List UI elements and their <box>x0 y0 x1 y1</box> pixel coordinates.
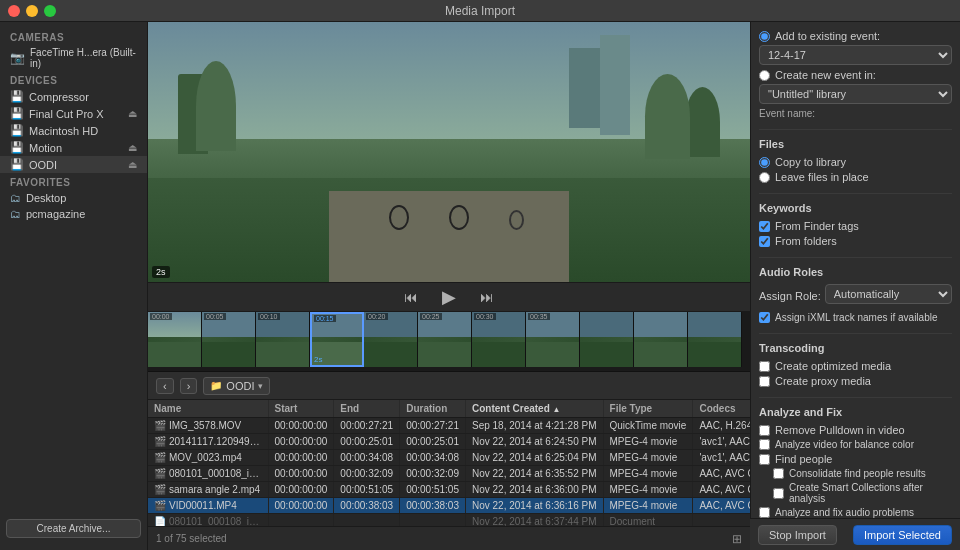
col-codecs[interactable]: Codecs <box>693 400 750 418</box>
filmstrip-frame[interactable]: 00:00 <box>148 312 202 367</box>
consolidate-checkbox[interactable] <box>773 468 784 479</box>
location-selector[interactable]: 📁 OODI ▾ <box>203 377 270 395</box>
create-smart-checkbox[interactable] <box>773 488 784 499</box>
stop-import-button[interactable]: Stop Import <box>758 525 837 545</box>
create-optimized-checkbox[interactable] <box>759 361 770 372</box>
sidebar-item-label: Final Cut Pro X <box>29 108 104 120</box>
event-name-label: Event name: <box>759 108 952 119</box>
cameras-section: CAMERAS 📷 FaceTime H...era (Built-in) <box>0 28 147 71</box>
create-new-radio[interactable] <box>759 70 770 81</box>
sidebar-item-compressor[interactable]: 💾 Compressor <box>0 88 147 105</box>
table-row[interactable]: 🎬samara angle 2.mp400:00:00:0000:00:51:0… <box>148 482 750 498</box>
filmstrip-frame[interactable]: 00:25 <box>418 312 472 367</box>
view-options-icon[interactable]: ⊞ <box>732 532 742 546</box>
leave-files-radio[interactable] <box>759 172 770 183</box>
table-cell: 📄080101_000108_import... <box>148 514 268 527</box>
file-table-container: Name Start End Duration Content Created … <box>148 400 750 526</box>
audio-roles-section: Audio Roles Assign Role: Automatically A… <box>759 266 952 323</box>
file-icon: 🎬 <box>154 484 166 495</box>
go-to-end-button[interactable]: ⏭ <box>476 287 498 307</box>
col-duration[interactable]: Duration <box>400 400 466 418</box>
sidebar-item-motion[interactable]: 💾 Motion ⏏ <box>0 139 147 156</box>
table-cell: 🎬IMG_3578.MOV <box>148 418 268 434</box>
copy-to-library-radio[interactable] <box>759 157 770 168</box>
filmstrip-frame[interactable]: 00:20 <box>364 312 418 367</box>
table-cell: AAC, AVC Co... <box>693 466 750 482</box>
col-file-type[interactable]: File Type <box>603 400 693 418</box>
analyze-balance-checkbox[interactable] <box>759 439 770 450</box>
col-start[interactable]: Start <box>268 400 334 418</box>
table-cell: 00:00:51:05 <box>334 482 400 498</box>
filmstrip-frame[interactable] <box>634 312 688 367</box>
col-name[interactable]: Name <box>148 400 268 418</box>
from-finder-tags-checkbox[interactable] <box>759 221 770 232</box>
find-people-checkbox[interactable] <box>759 454 770 465</box>
table-cell: MPEG-4 movie <box>603 482 693 498</box>
table-row[interactable]: 🎬VID00011.MP400:00:00:0000:00:38:0300:00… <box>148 498 750 514</box>
table-cell: 🎬VID00011.MP4 <box>148 498 268 514</box>
analyze-audio-checkbox[interactable] <box>759 507 770 518</box>
minimize-button[interactable] <box>26 5 38 17</box>
create-proxy-checkbox[interactable] <box>759 376 770 387</box>
filmstrip-frame[interactable] <box>688 312 742 367</box>
sidebar-item-fcpx[interactable]: 💾 Final Cut Pro X ⏏ <box>0 105 147 122</box>
nav-back-button[interactable]: ‹ <box>156 378 174 394</box>
col-end[interactable]: End <box>334 400 400 418</box>
filmstrip-frame[interactable] <box>580 312 634 367</box>
keywords-section: Keywords From Finder tags From folders <box>759 202 952 247</box>
sidebar-item-macintosh[interactable]: 💾 Macintosh HD <box>0 122 147 139</box>
table-row[interactable]: 🎬080101_000108_import...00:00:00:0000:00… <box>148 466 750 482</box>
sidebar-item-desktop[interactable]: 🗂 Desktop <box>0 190 147 206</box>
drive-icon: 💾 <box>10 124 24 137</box>
table-cell: 00:00:34:08 <box>334 450 400 466</box>
col-content-created[interactable]: Content Created ▲ <box>465 400 603 418</box>
titlebar-title: Media Import <box>445 4 515 18</box>
create-archive-button[interactable]: Create Archive... <box>6 519 141 538</box>
from-folders-checkbox[interactable] <box>759 236 770 247</box>
table-row[interactable]: 🎬20141117.120949.mp400:00:00:0000:00:25:… <box>148 434 750 450</box>
transcoding-title: Transcoding <box>759 342 952 354</box>
existing-event-select[interactable]: 12-4-17 <box>759 45 952 65</box>
table-cell: AAC, AVC Co... <box>693 498 750 514</box>
table-row[interactable]: 🎬IMG_3578.MOV00:00:00:0000:00:27:2100:00… <box>148 418 750 434</box>
close-button[interactable] <box>8 5 20 17</box>
filmstrip-frame[interactable]: 00:10 <box>256 312 310 367</box>
new-event-library-select[interactable]: "Untitled" library <box>759 84 952 104</box>
sidebar-item-oodi[interactable]: 💾 OODI ⏏ <box>0 156 147 173</box>
add-existing-radio[interactable] <box>759 31 770 42</box>
folder-icon: 🗂 <box>10 208 21 220</box>
filmstrip-frame[interactable]: 00:05 <box>202 312 256 367</box>
nav-forward-button[interactable]: › <box>180 378 198 394</box>
sidebar-item-facetime[interactable]: 📷 FaceTime H...era (Built-in) <box>0 45 147 71</box>
assign-ixml-checkbox[interactable] <box>759 312 770 323</box>
status-bar: 1 of 75 selected ⊞ <box>148 526 750 550</box>
filmstrip-frame[interactable]: 00:30 <box>472 312 526 367</box>
table-cell: Nov 22, 2014 at 6:36:00 PM <box>465 482 603 498</box>
table-cell: 00:00:32:09 <box>400 466 466 482</box>
folder-icon: 📁 <box>210 380 222 391</box>
assign-role-select[interactable]: Automatically <box>825 284 952 304</box>
go-to-start-button[interactable]: ⏮ <box>400 287 422 307</box>
eject-icon[interactable]: ⏏ <box>128 159 137 170</box>
maximize-button[interactable] <box>44 5 56 17</box>
table-row[interactable]: 🎬MOV_0023.mp400:00:00:0000:00:34:0800:00… <box>148 450 750 466</box>
table-cell: 00:00:51:05 <box>400 482 466 498</box>
table-cell: 00:00:00:00 <box>268 434 334 450</box>
sidebar-item-pcmagazine[interactable]: 🗂 pcmagazine <box>0 206 147 222</box>
eject-icon[interactable]: ⏏ <box>128 142 137 153</box>
table-cell: 🎬20141117.120949.mp4 <box>148 434 268 450</box>
table-cell: 00:00:00:00 <box>268 498 334 514</box>
remove-pulldown-checkbox[interactable] <box>759 425 770 436</box>
filmstrip-frame[interactable]: 00:35 <box>526 312 580 367</box>
filmstrip-frame[interactable]: 00:15 2s <box>310 312 364 367</box>
table-row[interactable]: 📄080101_000108_import...Nov 22, 2014 at … <box>148 514 750 527</box>
table-cell: 00:00:38:03 <box>334 498 400 514</box>
table-cell: Nov 22, 2014 at 6:25:04 PM <box>465 450 603 466</box>
favorites-section: FAVORITES 🗂 Desktop 🗂 pcmagazine <box>0 173 147 222</box>
play-button[interactable]: ▶ <box>438 284 460 310</box>
import-selected-button[interactable]: Import Selected <box>853 525 952 545</box>
table-cell: 🎬samara angle 2.mp4 <box>148 482 268 498</box>
devices-label: DEVICES <box>0 71 147 88</box>
create-smart-label: Create Smart Collections after analysis <box>789 482 952 504</box>
eject-icon[interactable]: ⏏ <box>128 108 137 119</box>
